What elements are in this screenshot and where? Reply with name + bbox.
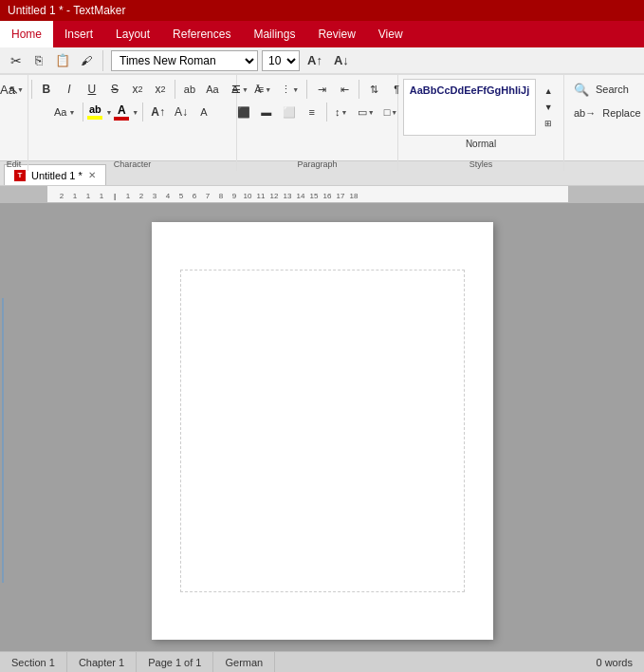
menu-references[interactable]: References [161, 21, 242, 47]
cut-button[interactable]: ✂ [6, 50, 27, 71]
menu-insert[interactable]: Insert [53, 21, 104, 47]
left-sidebar-indicator [0, 222, 6, 640]
paragraph-section-label: Paragraph [297, 159, 337, 169]
ruler: 2 1 1 1 | 1 2 3 4 5 6 7 8 9 10 11 12 13 … [0, 186, 644, 203]
align-right-button[interactable]: ⬜ [279, 102, 300, 122]
align-justify-button[interactable]: ≡ [302, 102, 322, 122]
ruler-right-margin [568, 186, 644, 202]
ruler-left-margin [0, 186, 47, 202]
text-copy-btn[interactable]: ab [179, 79, 200, 100]
highlight-color-button[interactable]: ab [87, 104, 102, 120]
language-indicator: German [213, 652, 275, 672]
align-center-button[interactable]: ▬ [256, 102, 277, 122]
font-color-dropdown[interactable]: ▼ [132, 109, 138, 116]
format-painter-button[interactable]: 🖌 [76, 50, 97, 71]
chapter-indicator: Chapter 1 [67, 652, 137, 672]
menu-home[interactable]: Home [0, 21, 53, 47]
menu-mailings[interactable]: Mailings [242, 21, 306, 47]
sort-button[interactable]: ⇅ [363, 79, 384, 100]
font-color-button[interactable]: A [114, 104, 129, 121]
text-shrink-btn[interactable]: A↓ [171, 102, 192, 122]
edit-section-label: Edit [7, 159, 22, 169]
align-left-button[interactable]: ⬛ [233, 102, 254, 122]
title-bar: Untitled 1 * - TextMaker [0, 0, 644, 21]
style-name-label: Normal [466, 138, 496, 150]
bold-button[interactable]: B [36, 79, 57, 100]
document-area[interactable] [0, 203, 644, 651]
styles-expand[interactable]: ⊞ [538, 116, 559, 131]
character-section-label: Character [114, 159, 152, 169]
app-title: Untitled 1 * - TextMaker [8, 4, 126, 17]
replace-label: Replace [602, 107, 640, 119]
bullet-list-button[interactable]: ☰▼ [228, 79, 252, 100]
section-indicator: Section 1 [0, 652, 67, 672]
menu-layout[interactable]: Layout [104, 21, 161, 47]
styles-scroll-down[interactable]: ▼ [538, 100, 559, 115]
indent-left-button[interactable]: ⇤ [334, 79, 355, 100]
subscript-button[interactable]: x2 [127, 79, 148, 100]
outline-list-button[interactable]: ⋮▼ [277, 79, 303, 100]
section-character: Aa▼ B I U S x2 x2 ab Aa A Ā [28, 75, 237, 171]
font-grow-button[interactable]: A↑ [304, 50, 326, 71]
section-paragraph: ☰▼ ≡▼ ⋮▼ ⇥ ⇤ ⇅ ¶ ⬛ ▬ ⬜ ≡ [237, 75, 398, 171]
text-caps-btn[interactable]: A [193, 102, 214, 122]
underline-button[interactable]: U [82, 79, 102, 100]
line-spacing-button[interactable]: ↕▼ [331, 102, 352, 122]
styles-section-label: Styles [469, 159, 493, 169]
copy-button[interactable]: ⎘ [28, 50, 49, 71]
status-bar: Section 1 Chapter 1 Page 1 of 1 German 0… [0, 651, 644, 672]
ribbon-sections: ↖ Edit Aa▼ B I U S [0, 74, 644, 171]
paste-button[interactable]: 📋 [51, 50, 74, 71]
menu-view[interactable]: View [367, 21, 414, 47]
numbered-list-button[interactable]: ≡▼ [254, 79, 275, 100]
highlight-dropdown[interactable]: ▼ [105, 109, 112, 116]
search-icon-button[interactable]: 🔍 [570, 79, 593, 100]
italic-button[interactable]: I [59, 79, 80, 100]
tab-close-button[interactable]: ✕ [88, 170, 96, 180]
style-preview-text: AaBbCcDdEeFfGgHhIiJj [410, 84, 530, 97]
indent-right-button[interactable]: ⇥ [311, 79, 332, 100]
font-shrink-button[interactable]: A↓ [330, 50, 353, 71]
ruler-marks: 2 1 1 1 | 1 2 3 4 5 6 7 8 9 10 11 12 13 … [47, 186, 568, 202]
replace-icon-button[interactable]: ab→ [570, 103, 599, 123]
case-btn[interactable]: Aa [202, 79, 223, 100]
font-style-btn[interactable]: Aa▼ [0, 79, 28, 100]
document-page[interactable] [152, 222, 493, 640]
font-size-select[interactable]: 10 [262, 50, 300, 71]
font-aa-btn[interactable]: Aa▼ [50, 102, 79, 122]
ruler-content: 2 1 1 1 | 1 2 3 4 5 6 7 8 9 10 11 12 13 … [47, 186, 568, 202]
superscript-button[interactable]: x2 [150, 79, 171, 100]
section-styles: AaBbCcDdEeFfGgHhIiJj ▲ ▼ ⊞ Normal Styles [398, 75, 564, 171]
shading-button[interactable]: ▭▼ [354, 102, 378, 122]
word-count: 0 words [584, 652, 644, 672]
page-indicator: Page 1 of 1 [137, 652, 213, 672]
font-family-select[interactable]: Times New Roman [111, 50, 258, 71]
tab-icon: T [14, 170, 26, 181]
styles-scroll-up[interactable]: ▲ [538, 84, 559, 99]
menu-review[interactable]: Review [306, 21, 366, 47]
tab-label: Untitled 1 * [31, 170, 83, 181]
menu-bar: Home Insert Layout References Mailings R… [0, 21, 644, 47]
strikethrough-button[interactable]: S [104, 79, 125, 100]
search-label: Search [596, 84, 629, 95]
ribbon: ✂ ⎘ 📋 🖌 Times New Roman 10 A↑ A↓ ↖ Edit [0, 47, 644, 161]
text-grow-btn[interactable]: A↑ [147, 102, 169, 122]
